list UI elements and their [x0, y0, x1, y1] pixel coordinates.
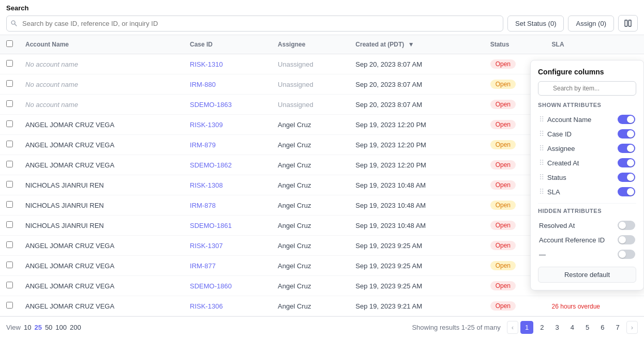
col-created-at[interactable]: Created at (PDT) ▼ — [349, 35, 484, 54]
case-id-cell: RISK-1309 — [184, 115, 272, 135]
case-id[interactable]: SDEMO-1860 — [190, 282, 232, 290]
created-at-cell: Sep 19, 2023 12:20 PM — [349, 155, 484, 175]
drag-handle-icon[interactable]: ⠿ — [539, 130, 544, 138]
select-all-checkbox[interactable] — [6, 40, 13, 47]
account-name-cell: No account name — [19, 95, 184, 115]
view-option-100[interactable]: 100 — [55, 324, 67, 331]
table-header: Account Name Case ID Assignee Created at… — [0, 35, 644, 54]
attr-toggle[interactable] — [618, 144, 635, 153]
shown-attr-row: ⠿ Created At — [538, 156, 636, 170]
assignee: Angel Cruz — [278, 161, 311, 169]
results-text: Showing results 1-25 of many — [412, 324, 500, 331]
drag-handle-icon[interactable]: ⠿ — [539, 144, 544, 152]
attr-toggle[interactable] — [618, 115, 635, 124]
view-option-200[interactable]: 200 — [70, 324, 81, 331]
row-checkbox[interactable] — [6, 302, 13, 309]
view-option-10[interactable]: 10 — [24, 324, 31, 331]
search-input-wrap — [6, 16, 503, 32]
configure-columns-button[interactable] — [618, 15, 638, 32]
account-name-cell: NICHOLAS JIANRUI REN — [19, 175, 184, 195]
drag-handle-icon[interactable]: ⠿ — [539, 173, 544, 181]
toggle-knob — [627, 159, 634, 166]
panel-divider — [538, 203, 636, 204]
row-checkbox[interactable] — [6, 100, 13, 107]
page-6-button[interactable]: 6 — [596, 321, 609, 334]
search-input[interactable] — [6, 16, 503, 32]
case-id[interactable]: IRM-880 — [190, 81, 216, 88]
attr-label: Resolved At — [539, 222, 575, 229]
attr-row-left: ⠿ Case ID — [539, 130, 572, 138]
attr-toggle[interactable] — [618, 158, 635, 167]
hidden-attr-row: Account Reference ID — [538, 233, 636, 247]
drag-handle-icon[interactable]: ⠿ — [539, 159, 544, 167]
case-id[interactable]: RISK-1306 — [190, 302, 223, 310]
attr-toggle[interactable] — [618, 235, 635, 244]
svg-rect-1 — [628, 20, 631, 26]
page-4-button[interactable]: 4 — [566, 321, 579, 334]
status-badge: Open — [490, 100, 516, 109]
case-id[interactable]: IRM-877 — [190, 262, 216, 270]
row-checkbox[interactable] — [6, 221, 13, 228]
case-id[interactable]: SDEMO-1861 — [190, 222, 232, 229]
search-row: Set Status (0) Assign (0) — [6, 15, 638, 32]
created-at: Sep 19, 2023 10:48 AM — [355, 181, 426, 189]
case-id[interactable]: IRM-879 — [190, 141, 216, 149]
row-checkbox[interactable] — [6, 201, 13, 208]
page-2-button[interactable]: 2 — [535, 321, 548, 334]
row-checkbox-cell — [0, 296, 19, 316]
assignee-cell: Unassigned — [272, 95, 349, 115]
attr-toggle[interactable] — [618, 129, 635, 139]
case-id[interactable]: RISK-1309 — [190, 121, 223, 129]
attr-toggle[interactable] — [618, 221, 635, 230]
row-checkbox[interactable] — [6, 60, 13, 67]
attr-toggle[interactable] — [618, 173, 635, 182]
row-checkbox-cell — [0, 95, 19, 115]
page-3-button[interactable]: 3 — [550, 321, 563, 334]
row-checkbox-cell — [0, 115, 19, 135]
restore-default-button[interactable]: Restore default — [538, 267, 636, 283]
assignee-cell: Angel Cruz — [272, 216, 349, 236]
case-id[interactable]: SDEMO-1862 — [190, 161, 232, 169]
assignee-cell: Angel Cruz — [272, 236, 349, 256]
assignee-cell: Angel Cruz — [272, 155, 349, 175]
row-checkbox[interactable] — [6, 141, 13, 147]
created-at: Sep 19, 2023 12:20 PM — [355, 121, 426, 129]
col-account-name: Account Name — [19, 35, 184, 54]
toggle-knob — [619, 222, 626, 229]
drag-handle-icon[interactable]: ⠿ — [539, 188, 544, 196]
case-id[interactable]: RISK-1308 — [190, 181, 223, 189]
case-id-cell: RISK-1307 — [184, 236, 272, 256]
row-checkbox[interactable] — [6, 241, 13, 248]
row-checkbox[interactable] — [6, 120, 13, 127]
row-checkbox[interactable] — [6, 161, 13, 167]
next-page-button[interactable]: › — [626, 321, 638, 334]
view-option-25[interactable]: 25 — [34, 324, 41, 331]
view-label: View — [6, 324, 21, 331]
attr-toggle[interactable] — [618, 250, 635, 259]
case-id[interactable]: SDEMO-1863 — [190, 101, 232, 109]
col-status: Status — [484, 35, 546, 54]
page-1-button[interactable]: 1 — [520, 321, 533, 334]
prev-page-button[interactable]: ‹ — [507, 321, 518, 334]
case-id[interactable]: RISK-1310 — [190, 60, 223, 68]
view-option-50[interactable]: 50 — [45, 324, 52, 331]
page-7-button[interactable]: 7 — [611, 321, 624, 334]
attr-toggle[interactable] — [618, 187, 635, 196]
case-id[interactable]: IRM-878 — [190, 202, 216, 209]
page-5-button[interactable]: 5 — [581, 321, 594, 334]
search-icon — [10, 20, 18, 27]
panel-search-input[interactable] — [538, 81, 636, 96]
panel-search-wrap — [538, 81, 636, 96]
status-badge: Open — [490, 180, 516, 190]
row-checkbox[interactable] — [6, 181, 13, 188]
case-id[interactable]: RISK-1307 — [190, 242, 223, 250]
account-name-cell: NICHOLAS JIANRUI REN — [19, 195, 184, 216]
assign-button[interactable]: Assign (0) — [568, 16, 614, 32]
row-checkbox[interactable] — [6, 262, 13, 268]
set-status-button[interactable]: Set Status (0) — [507, 16, 564, 32]
attr-label: Case ID — [547, 130, 572, 138]
drag-handle-icon[interactable]: ⠿ — [539, 115, 544, 124]
row-checkbox[interactable] — [6, 80, 13, 87]
attr-label: Created At — [547, 159, 579, 167]
row-checkbox[interactable] — [6, 282, 13, 288]
